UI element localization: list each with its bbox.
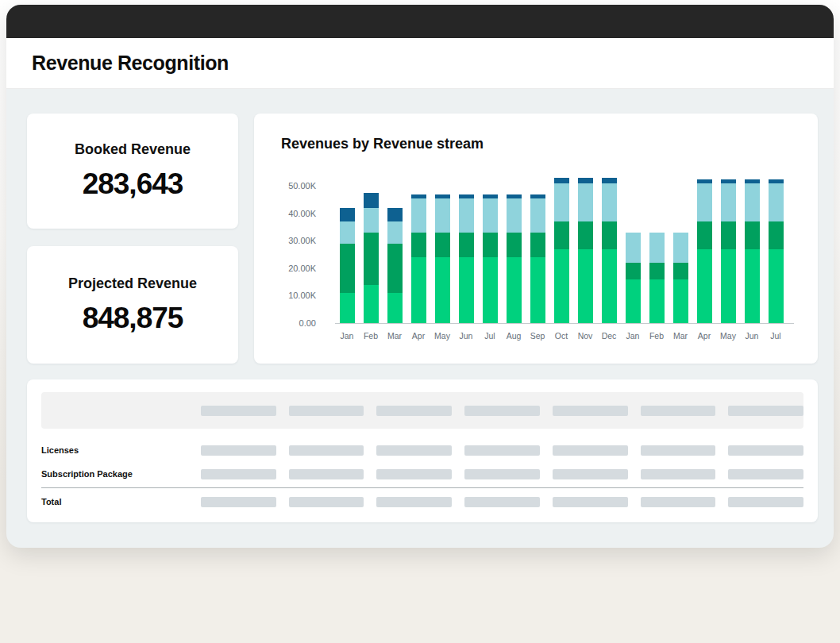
skeleton-cell [201, 406, 276, 416]
bar-segment-revenue-stream-1 [745, 249, 760, 323]
x-tick-label: Aug [502, 331, 526, 341]
skeleton-cell [728, 445, 803, 456]
bar-segment-revenue-stream-1 [459, 257, 474, 323]
bar-segment-revenue-stream-1 [483, 257, 498, 323]
bar-segment-revenue-stream-1 [340, 293, 355, 323]
bar-segment-revenue-stream-3 [721, 183, 736, 221]
kpi-label: Booked Revenue [75, 141, 191, 158]
window-chrome-bar [6, 5, 834, 38]
bar-segment-revenue-stream-2 [697, 221, 712, 249]
x-tick-label: Jan [621, 331, 645, 341]
stacked-bar-may-4 [430, 172, 454, 323]
bar-segment-revenue-stream-2 [364, 233, 379, 285]
x-tick-label: Sep [526, 331, 549, 341]
row-label: Subscription Package [41, 469, 188, 479]
bar-segment-revenue-stream-2 [530, 233, 545, 257]
bar-segment-revenue-stream-3 [483, 198, 498, 233]
chart-bars [335, 173, 794, 324]
bar-segment-revenue-stream-3 [530, 198, 545, 233]
stacked-bar-mar-14 [669, 172, 692, 323]
chart-plot-area: JanFebMarAprMayJunJulAugSepOctNovDecJanF… [335, 173, 794, 341]
stacked-bar-aug-7 [502, 172, 526, 323]
skeleton-cell [641, 469, 716, 479]
bar-segment-revenue-stream-1 [649, 279, 665, 323]
bar-segment-revenue-stream-1 [554, 249, 569, 323]
skeleton-cell [553, 497, 628, 507]
stacked-bar-apr-3 [407, 172, 430, 323]
skeleton-cell [201, 469, 276, 479]
x-tick-label: Jan [335, 331, 359, 341]
bar-segment-revenue-stream-2 [745, 221, 760, 249]
bar-segment-revenue-stream-2 [626, 263, 641, 279]
bar-segment-revenue-stream-2 [435, 233, 450, 257]
stacked-bar-dec-11 [597, 172, 621, 323]
bar-segment-revenue-stream-1 [364, 285, 379, 323]
bar-segment-revenue-stream-1 [673, 279, 688, 323]
skeleton-cell [376, 469, 452, 479]
stacked-bar-jan-0 [335, 172, 359, 323]
stacked-bar-jul-18 [764, 172, 788, 323]
bar-segment-revenue-stream-2 [649, 263, 665, 279]
kpi-card-booked-revenue: Booked Revenue 283,643 [27, 114, 238, 229]
bar-segment-revenue-stream-4 [364, 193, 379, 208]
skeleton-cell [289, 497, 364, 507]
title-bar: Revenue Recognition [6, 38, 834, 89]
x-tick-label: Jun [454, 331, 478, 341]
bar-segment-revenue-stream-1 [769, 249, 784, 323]
stacked-bar-nov-10 [573, 172, 597, 323]
skeleton-cell [376, 497, 452, 507]
bar-segment-revenue-stream-1 [387, 293, 403, 323]
bar-segment-revenue-stream-3 [602, 183, 617, 221]
table-header-band [41, 392, 803, 429]
kpi-label: Projected Revenue [68, 275, 197, 292]
bar-segment-revenue-stream-3 [673, 233, 688, 263]
stacked-bar-jul-6 [478, 172, 502, 323]
bar-segment-revenue-stream-3 [649, 233, 665, 263]
stacked-bar-oct-9 [549, 172, 573, 323]
bar-segment-revenue-stream-2 [387, 244, 403, 293]
stacked-bar-may-16 [716, 172, 740, 323]
y-tick-label: 40.00K [288, 209, 316, 218]
bar-segment-revenue-stream-3 [745, 183, 760, 221]
skeleton-cell [553, 469, 628, 479]
skeleton-cell [376, 406, 452, 416]
stacked-bar-chart: 50.00K40.00K30.00K20.00K10.00K0.00 JanFe… [281, 173, 794, 341]
bar-segment-revenue-stream-3 [340, 221, 355, 244]
chart-title: Revenues by Revenue stream [281, 136, 794, 152]
skeleton-cell [201, 497, 276, 507]
x-tick-label: Oct [549, 331, 573, 341]
app-window: Revenue Recognition Booked Revenue 283,6… [6, 5, 834, 548]
kpi-card-projected-revenue: Projected Revenue 848,875 [27, 246, 238, 364]
bar-segment-revenue-stream-3 [626, 233, 641, 263]
bar-segment-revenue-stream-4 [578, 178, 593, 183]
skeleton-cell [289, 445, 364, 456]
bar-segment-revenue-stream-2 [507, 233, 522, 257]
stacked-bar-feb-1 [359, 172, 383, 323]
revenue-chart-card: Revenues by Revenue stream 50.00K40.00K3… [254, 114, 818, 364]
bar-segment-revenue-stream-4 [554, 178, 569, 183]
kpi-value: 283,643 [83, 167, 183, 201]
bar-segment-revenue-stream-1 [411, 257, 426, 323]
skeleton-cell [641, 445, 716, 456]
skeleton-cell [641, 497, 716, 507]
bar-segment-revenue-stream-2 [459, 233, 474, 257]
x-tick-label: Jul [764, 331, 788, 341]
skeleton-cell [201, 445, 276, 456]
bar-segment-revenue-stream-2 [673, 263, 688, 279]
bar-segment-revenue-stream-1 [626, 279, 641, 323]
bar-segment-revenue-stream-2 [602, 221, 617, 249]
x-tick-label: May [430, 331, 454, 341]
bar-segment-revenue-stream-2 [578, 221, 593, 249]
skeleton-cell [553, 406, 628, 416]
bar-segment-revenue-stream-2 [411, 233, 426, 257]
y-tick-label: 0.00 [299, 318, 316, 328]
y-tick-label: 30.00K [288, 236, 316, 245]
skeleton-cell [728, 406, 803, 416]
bar-segment-revenue-stream-3 [387, 221, 403, 244]
table-row-total: Total [41, 490, 803, 514]
stacked-bar-feb-13 [645, 172, 669, 323]
bar-segment-revenue-stream-1 [721, 249, 736, 323]
y-tick-label: 20.00K [288, 264, 316, 273]
skeleton-cell [289, 469, 364, 479]
bar-segment-revenue-stream-1 [507, 257, 522, 323]
